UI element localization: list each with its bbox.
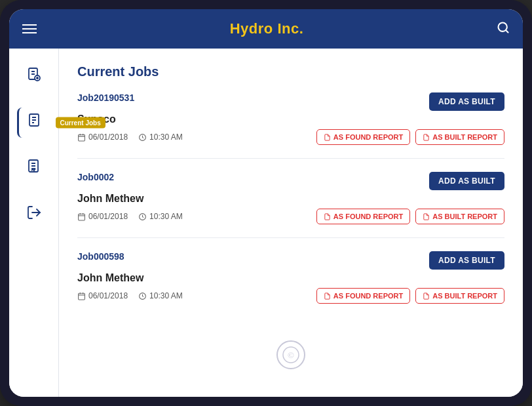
add-as-built-button-1[interactable]: ADD AS BUILT xyxy=(429,172,504,190)
calendar-icon xyxy=(77,213,86,221)
job-card-0: Job20190531 ADD AS BUILT Sunoco 06/01/20… xyxy=(77,92,504,159)
job-id-2: Job000598 xyxy=(77,251,124,262)
current-jobs-tooltip: Current Jobs xyxy=(56,117,105,129)
sidebar: Current Jobs xyxy=(9,49,59,397)
sidebar-item-reports[interactable] xyxy=(17,153,51,184)
as-found-report-button-0[interactable]: AS FOUND REPORT xyxy=(316,129,410,145)
job-date-0: 06/01/2018 xyxy=(77,132,128,142)
job-date-2: 06/01/2018 xyxy=(77,291,128,300)
job-name-1: John Methew xyxy=(77,193,504,205)
svg-rect-17 xyxy=(79,134,85,141)
report-icon xyxy=(324,293,331,300)
job-meta-row-0: 06/01/2018 10:30 AM xyxy=(77,129,504,145)
job-time-0: 10:30 AM xyxy=(138,132,183,142)
as-found-report-button-1[interactable]: AS FOUND REPORT xyxy=(316,209,410,224)
as-built-report-button-0[interactable]: AS BUILT REPORT xyxy=(415,129,504,145)
svg-rect-27 xyxy=(79,293,85,300)
page-title: Current Jobs xyxy=(77,64,504,79)
clock-icon xyxy=(138,292,147,300)
job-name-0: Sunoco xyxy=(77,113,504,125)
job-meta-2: 06/01/2018 10:30 AM xyxy=(77,291,183,300)
reports-icon xyxy=(26,159,42,178)
job-id-1: Job0002 xyxy=(77,172,114,182)
as-built-report-button-1[interactable]: AS BUILT REPORT xyxy=(415,209,504,224)
job-date-text-0: 06/01/2018 xyxy=(88,132,128,142)
report-icon-2 xyxy=(423,213,430,220)
job-card-1: Job0002 ADD AS BUILT John Methew 06/01/2… xyxy=(77,172,504,238)
sidebar-item-doc-add[interactable] xyxy=(17,62,51,92)
job-time-2: 10:30 AM xyxy=(138,291,183,300)
job-meta-row-2: 06/01/2018 10:30 AM xyxy=(77,288,504,304)
add-as-built-button-2[interactable]: ADD AS BUILT xyxy=(429,251,504,270)
report-icon xyxy=(324,134,331,141)
device-frame: Hydro Inc. xyxy=(0,0,532,406)
job-meta-0: 06/01/2018 10:30 AM xyxy=(77,132,183,142)
svg-line-1 xyxy=(506,30,508,32)
watermark-circle: © xyxy=(276,340,305,369)
job-actions-0: AS FOUND REPORT AS BUILT REPORT xyxy=(316,129,504,145)
app-title: Hydro Inc. xyxy=(230,20,304,37)
add-as-built-button-0[interactable]: ADD AS BUILT xyxy=(429,92,504,111)
sidebar-item-logout[interactable] xyxy=(17,199,51,230)
watermark: © xyxy=(77,330,504,375)
report-icon-2 xyxy=(423,134,430,141)
calendar-icon xyxy=(77,292,86,300)
svg-text:©: © xyxy=(288,350,294,360)
logout-icon xyxy=(26,205,42,224)
job-actions-2: AS FOUND REPORT AS BUILT REPORT xyxy=(316,288,504,304)
clock-icon xyxy=(138,133,147,142)
calendar-icon xyxy=(77,133,86,142)
job-date-text-1: 06/01/2018 xyxy=(88,212,128,221)
job-header-2: Job000598 ADD AS BUILT xyxy=(77,251,504,270)
as-found-report-button-2[interactable]: AS FOUND REPORT xyxy=(316,288,410,304)
doc-add-icon xyxy=(26,67,42,87)
clock-icon xyxy=(138,213,147,221)
job-card-2: Job000598 ADD AS BUILT John Methew 06/01… xyxy=(77,251,504,317)
report-icon-2 xyxy=(423,293,430,300)
job-id-0: Job20190531 xyxy=(77,92,134,103)
job-time-text-1: 10:30 AM xyxy=(149,212,183,221)
job-time-1: 10:30 AM xyxy=(138,212,183,221)
job-date-text-2: 06/01/2018 xyxy=(88,291,128,300)
jobs-container: Job20190531 ADD AS BUILT Sunoco 06/01/20… xyxy=(77,92,504,317)
job-date-1: 06/01/2018 xyxy=(77,212,128,221)
main-content: Current Jobs Job20190531 ADD AS BUILT Su… xyxy=(59,49,523,397)
job-header-1: Job0002 ADD AS BUILT xyxy=(77,172,504,190)
job-header-0: Job20190531 ADD AS BUILT xyxy=(77,92,504,111)
job-actions-1: AS FOUND REPORT AS BUILT REPORT xyxy=(316,209,504,224)
job-meta-row-1: 06/01/2018 10:30 AM xyxy=(77,209,504,224)
menu-icon[interactable] xyxy=(22,24,37,33)
report-icon xyxy=(324,213,331,220)
as-built-report-button-2[interactable]: AS BUILT REPORT xyxy=(415,288,504,304)
body-container: Current Jobs xyxy=(9,49,523,397)
svg-rect-22 xyxy=(79,214,85,220)
sidebar-item-current-jobs[interactable]: Current Jobs xyxy=(17,108,51,138)
job-time-text-0: 10:30 AM xyxy=(149,132,183,142)
search-icon[interactable] xyxy=(497,21,510,37)
job-time-text-2: 10:30 AM xyxy=(149,291,183,300)
header: Hydro Inc. xyxy=(9,9,523,49)
current-jobs-icon xyxy=(27,113,43,132)
job-meta-1: 06/01/2018 10:30 AM xyxy=(77,212,183,221)
device-inner: Hydro Inc. xyxy=(9,9,523,397)
job-name-2: John Methew xyxy=(77,272,504,284)
